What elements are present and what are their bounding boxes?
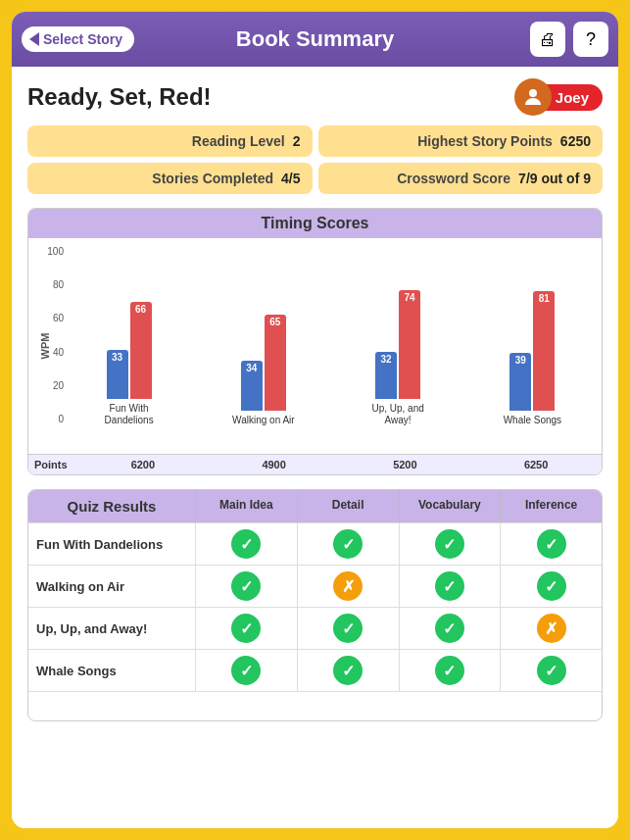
- check-icon: ✓: [333, 614, 363, 643]
- quiz-empty-row: [28, 691, 602, 720]
- back-chevron-icon: [29, 32, 39, 46]
- points-cells: 6200490052006250: [77, 455, 602, 474]
- bar-red-label: 74: [405, 292, 415, 303]
- quiz-cell: ✓: [297, 650, 399, 691]
- points-cell: 6250: [470, 455, 602, 474]
- cross-icon: ✗: [537, 614, 566, 643]
- quiz-cell: ✓: [195, 523, 297, 565]
- header-icons: 🖨 ?: [530, 22, 608, 57]
- bar-pair: 32 74: [375, 252, 420, 399]
- book-title: Ready, Set, Red!: [27, 83, 212, 111]
- check-icon: ✓: [231, 571, 261, 601]
- quiz-col-detail: Detail: [297, 490, 399, 522]
- quiz-cell: ✗: [500, 608, 602, 649]
- bar-red-label: 81: [539, 293, 550, 304]
- back-label: Select Story: [43, 31, 122, 47]
- stat-crossword-score-label: Crossword Score: [330, 171, 511, 186]
- quiz-data-row: Walking on Air✓✗✓✓: [28, 565, 602, 607]
- bar-group-label: Walking on Air: [232, 415, 295, 426]
- quiz-data-row: Whale Songs✓✓✓✓: [28, 649, 602, 691]
- stat-reading-level: Reading Level 2: [27, 125, 313, 157]
- bar-pair: 39 81: [509, 264, 555, 411]
- y-ticks: 100 80 60 40 20 0: [48, 246, 64, 424]
- check-icon: ✓: [537, 529, 566, 559]
- quiz-cell: ✓: [399, 566, 501, 607]
- quiz-row-label: Walking on Air: [28, 571, 195, 602]
- quiz-cell: ✓: [399, 608, 501, 649]
- quiz-data-row: Up, Up, and Away!✓✓✓✗: [28, 607, 602, 649]
- stat-reading-level-label: Reading Level: [39, 133, 285, 149]
- bar-red: 65: [265, 315, 286, 411]
- quiz-cell: ✓: [195, 650, 297, 691]
- check-icon: ✓: [537, 656, 566, 685]
- print-button[interactable]: 🖨: [530, 22, 565, 57]
- bar-red-label: 66: [135, 304, 146, 315]
- stat-stories-completed: Stories Completed 4/5: [27, 163, 313, 194]
- stats-grid: Reading Level 2 Highest Story Points 625…: [27, 125, 603, 194]
- quiz-cell: ✓: [297, 608, 399, 649]
- bar-pair: 34 65: [241, 264, 286, 411]
- user-name: Joey: [546, 84, 603, 111]
- bar-blue: 39: [509, 353, 531, 411]
- stat-stories-completed-label: Stories Completed: [39, 171, 273, 186]
- check-icon: ✓: [435, 656, 464, 685]
- bar-group-label: Whale Songs: [504, 415, 561, 426]
- points-cell: 4900: [209, 455, 340, 474]
- quiz-cell: ✓: [500, 650, 602, 691]
- bar-blue-label: 33: [112, 352, 122, 363]
- bar-blue-label: 39: [515, 355, 526, 366]
- back-button[interactable]: Select Story: [22, 26, 134, 52]
- bar-blue: 33: [107, 350, 128, 399]
- outer-border: Select Story Book Summary 🖨 ? Ready, Set…: [0, 0, 630, 840]
- stat-crossword-score-value: 7/9 out of 9: [518, 171, 591, 186]
- quiz-row-label: Up, Up, and Away!: [28, 614, 195, 644]
- bar-blue: 32: [375, 352, 397, 399]
- points-cell: 6200: [77, 455, 209, 474]
- quiz-row-label: Fun With Dandelions: [28, 529, 195, 560]
- header: Select Story Book Summary 🖨 ?: [12, 12, 618, 67]
- check-icon: ✓: [435, 614, 464, 643]
- check-icon: ✓: [537, 571, 566, 601]
- quiz-cell: ✓: [297, 523, 399, 565]
- app-window: Select Story Book Summary 🖨 ? Ready, Set…: [12, 12, 618, 828]
- bar-red: 81: [533, 291, 555, 411]
- bar-blue-label: 34: [246, 363, 257, 373]
- quiz-cell: ✓: [500, 523, 602, 565]
- bar-blue: 34: [241, 361, 263, 411]
- check-icon: ✓: [333, 529, 363, 559]
- quiz-cell: ✓: [399, 523, 501, 565]
- quiz-cell: ✓: [500, 566, 602, 607]
- bar-group: 33 66 Fun WithDandelions: [64, 252, 194, 426]
- header-title: Book Summary: [236, 26, 394, 52]
- quiz-rows: Fun With Dandelions✓✓✓✓Walking on Air✓✗✓…: [28, 522, 602, 691]
- stat-highest-points-value: 6250: [560, 133, 591, 149]
- user-badge: Joey: [514, 78, 603, 116]
- points-label: Points: [28, 455, 77, 474]
- stat-highest-points-label: Highest Story Points: [330, 133, 553, 149]
- bar-red: 74: [399, 290, 420, 399]
- quiz-header-row: Quiz Results Main Idea Detail Vocabulary…: [28, 490, 602, 522]
- check-icon: ✓: [435, 571, 464, 601]
- check-icon: ✓: [231, 656, 261, 685]
- check-icon: ✓: [435, 529, 464, 559]
- chart-title: Timing Scores: [28, 209, 602, 238]
- timing-chart: Timing Scores WPM 100 80 60 40 20 0: [27, 208, 603, 475]
- quiz-cell: ✗: [297, 566, 399, 607]
- help-button[interactable]: ?: [573, 22, 608, 57]
- stat-crossword-score: Crossword Score 7/9 out of 9: [318, 163, 604, 194]
- stat-stories-completed-value: 4/5: [281, 171, 300, 186]
- quiz-col-vocabulary: Vocabulary: [399, 490, 501, 522]
- stat-reading-level-value: 2: [293, 133, 301, 149]
- title-row: Ready, Set, Red! Joey: [27, 78, 603, 116]
- bar-red: 66: [130, 302, 152, 399]
- svg-point-0: [529, 89, 537, 97]
- bar-blue-label: 32: [381, 354, 392, 365]
- bar-group: 32 74 Up, Up, andAway!: [333, 252, 463, 426]
- avatar: [514, 78, 552, 116]
- quiz-title: Quiz Results: [28, 490, 195, 522]
- content-area: Ready, Set, Red! Joey Reading Level 2: [12, 67, 618, 828]
- quiz-col-inference: Inference: [500, 490, 602, 522]
- chart-points-row: Points 6200490052006250: [28, 454, 602, 474]
- quiz-row-label: Whale Songs: [28, 656, 195, 686]
- quiz-cell: ✓: [195, 608, 297, 649]
